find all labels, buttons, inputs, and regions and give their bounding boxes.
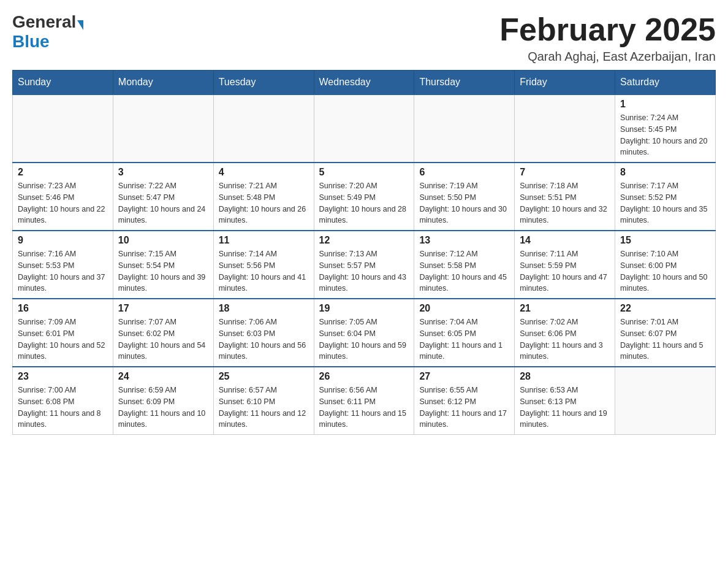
calendar-cell: 14Sunrise: 7:11 AMSunset: 5:59 PMDayligh… xyxy=(515,231,615,299)
day-info: Sunrise: 7:11 AMSunset: 5:59 PMDaylight:… xyxy=(520,248,610,294)
calendar-cell: 1Sunrise: 7:24 AMSunset: 5:45 PMDaylight… xyxy=(615,94,716,163)
calendar-cell xyxy=(515,94,615,163)
calendar-week-4: 16Sunrise: 7:09 AMSunset: 6:01 PMDayligh… xyxy=(13,299,716,367)
day-info: Sunrise: 7:18 AMSunset: 5:51 PMDaylight:… xyxy=(520,180,610,226)
day-number: 1 xyxy=(620,99,710,110)
day-info: Sunrise: 6:57 AMSunset: 6:10 PMDaylight:… xyxy=(219,385,309,431)
day-info: Sunrise: 7:15 AMSunset: 5:54 PMDaylight:… xyxy=(118,248,208,294)
day-info: Sunrise: 7:07 AMSunset: 6:02 PMDaylight:… xyxy=(118,316,208,362)
day-number: 23 xyxy=(18,371,108,382)
day-number: 15 xyxy=(620,235,710,246)
calendar-cell: 3Sunrise: 7:22 AMSunset: 5:47 PMDaylight… xyxy=(113,163,213,231)
calendar-cell: 25Sunrise: 6:57 AMSunset: 6:10 PMDayligh… xyxy=(213,367,314,435)
day-number: 9 xyxy=(18,235,108,246)
day-number: 4 xyxy=(219,167,309,178)
calendar-cell: 21Sunrise: 7:02 AMSunset: 6:06 PMDayligh… xyxy=(515,299,615,367)
day-number: 25 xyxy=(219,371,309,382)
day-number: 12 xyxy=(319,235,409,246)
day-info: Sunrise: 7:05 AMSunset: 6:04 PMDaylight:… xyxy=(319,316,409,362)
day-info: Sunrise: 7:14 AMSunset: 5:56 PMDaylight:… xyxy=(219,248,309,294)
calendar-cell xyxy=(13,94,113,163)
logo: General Blue xyxy=(12,12,83,52)
location-subtitle: Qarah Aghaj, East Azerbaijan, Iran xyxy=(499,50,716,64)
day-number: 18 xyxy=(219,303,309,314)
calendar-cell: 4Sunrise: 7:21 AMSunset: 5:48 PMDaylight… xyxy=(213,163,314,231)
day-info: Sunrise: 7:10 AMSunset: 6:00 PMDaylight:… xyxy=(620,248,710,294)
logo-blue-text: Blue xyxy=(12,32,50,52)
calendar-cell: 26Sunrise: 6:56 AMSunset: 6:11 PMDayligh… xyxy=(314,367,414,435)
day-info: Sunrise: 7:12 AMSunset: 5:58 PMDaylight:… xyxy=(419,248,509,294)
weekday-header-row: SundayMondayTuesdayWednesdayThursdayFrid… xyxy=(13,71,716,95)
day-info: Sunrise: 7:09 AMSunset: 6:01 PMDaylight:… xyxy=(18,316,108,362)
day-number: 2 xyxy=(18,167,108,178)
calendar-cell: 5Sunrise: 7:20 AMSunset: 5:49 PMDaylight… xyxy=(314,163,414,231)
day-info: Sunrise: 7:23 AMSunset: 5:46 PMDaylight:… xyxy=(18,180,108,226)
day-number: 27 xyxy=(419,371,509,382)
day-info: Sunrise: 7:24 AMSunset: 5:45 PMDaylight:… xyxy=(620,112,710,158)
month-title: February 2025 xyxy=(499,12,716,47)
day-number: 22 xyxy=(620,303,710,314)
day-info: Sunrise: 7:22 AMSunset: 5:47 PMDaylight:… xyxy=(118,180,208,226)
day-info: Sunrise: 7:19 AMSunset: 5:50 PMDaylight:… xyxy=(419,180,509,226)
calendar-cell: 17Sunrise: 7:07 AMSunset: 6:02 PMDayligh… xyxy=(113,299,213,367)
day-number: 20 xyxy=(419,303,509,314)
day-info: Sunrise: 7:13 AMSunset: 5:57 PMDaylight:… xyxy=(319,248,409,294)
calendar-cell: 20Sunrise: 7:04 AMSunset: 6:05 PMDayligh… xyxy=(414,299,515,367)
calendar-cell xyxy=(414,94,515,163)
day-number: 19 xyxy=(319,303,409,314)
calendar-cell: 28Sunrise: 6:53 AMSunset: 6:13 PMDayligh… xyxy=(515,367,615,435)
day-info: Sunrise: 7:01 AMSunset: 6:07 PMDaylight:… xyxy=(620,316,710,362)
day-number: 5 xyxy=(319,167,409,178)
calendar-cell: 8Sunrise: 7:17 AMSunset: 5:52 PMDaylight… xyxy=(615,163,716,231)
weekday-header-wednesday: Wednesday xyxy=(314,71,414,95)
logo-triangle-icon xyxy=(77,20,83,30)
calendar-cell: 16Sunrise: 7:09 AMSunset: 6:01 PMDayligh… xyxy=(13,299,113,367)
calendar-cell xyxy=(314,94,414,163)
day-info: Sunrise: 7:16 AMSunset: 5:53 PMDaylight:… xyxy=(18,248,108,294)
day-info: Sunrise: 7:00 AMSunset: 6:08 PMDaylight:… xyxy=(18,385,108,431)
weekday-header-monday: Monday xyxy=(113,71,213,95)
calendar-cell: 15Sunrise: 7:10 AMSunset: 6:00 PMDayligh… xyxy=(615,231,716,299)
weekday-header-sunday: Sunday xyxy=(13,71,113,95)
calendar-cell: 11Sunrise: 7:14 AMSunset: 5:56 PMDayligh… xyxy=(213,231,314,299)
calendar-cell: 24Sunrise: 6:59 AMSunset: 6:09 PMDayligh… xyxy=(113,367,213,435)
day-info: Sunrise: 7:20 AMSunset: 5:49 PMDaylight:… xyxy=(319,180,409,226)
day-number: 8 xyxy=(620,167,710,178)
calendar-cell xyxy=(615,367,716,435)
calendar-table: SundayMondayTuesdayWednesdayThursdayFrid… xyxy=(12,70,716,435)
day-number: 13 xyxy=(419,235,509,246)
day-number: 16 xyxy=(18,303,108,314)
weekday-header-tuesday: Tuesday xyxy=(213,71,314,95)
logo-top: General xyxy=(12,12,83,32)
calendar-week-5: 23Sunrise: 7:00 AMSunset: 6:08 PMDayligh… xyxy=(13,367,716,435)
weekday-header-saturday: Saturday xyxy=(615,71,716,95)
calendar-cell: 22Sunrise: 7:01 AMSunset: 6:07 PMDayligh… xyxy=(615,299,716,367)
calendar-cell: 27Sunrise: 6:55 AMSunset: 6:12 PMDayligh… xyxy=(414,367,515,435)
calendar-cell: 7Sunrise: 7:18 AMSunset: 5:51 PMDaylight… xyxy=(515,163,615,231)
calendar-cell: 13Sunrise: 7:12 AMSunset: 5:58 PMDayligh… xyxy=(414,231,515,299)
calendar-cell: 18Sunrise: 7:06 AMSunset: 6:03 PMDayligh… xyxy=(213,299,314,367)
calendar-week-1: 1Sunrise: 7:24 AMSunset: 5:45 PMDaylight… xyxy=(13,94,716,163)
day-info: Sunrise: 6:55 AMSunset: 6:12 PMDaylight:… xyxy=(419,385,509,431)
day-info: Sunrise: 6:59 AMSunset: 6:09 PMDaylight:… xyxy=(118,385,208,431)
calendar-cell: 12Sunrise: 7:13 AMSunset: 5:57 PMDayligh… xyxy=(314,231,414,299)
weekday-header-friday: Friday xyxy=(515,71,615,95)
day-number: 14 xyxy=(520,235,610,246)
day-info: Sunrise: 6:53 AMSunset: 6:13 PMDaylight:… xyxy=(520,385,610,431)
calendar-cell: 23Sunrise: 7:00 AMSunset: 6:08 PMDayligh… xyxy=(13,367,113,435)
calendar-cell xyxy=(113,94,213,163)
calendar-week-2: 2Sunrise: 7:23 AMSunset: 5:46 PMDaylight… xyxy=(13,163,716,231)
day-info: Sunrise: 7:04 AMSunset: 6:05 PMDaylight:… xyxy=(419,316,509,362)
day-info: Sunrise: 7:06 AMSunset: 6:03 PMDaylight:… xyxy=(219,316,309,362)
day-number: 10 xyxy=(118,235,208,246)
calendar-cell xyxy=(213,94,314,163)
day-info: Sunrise: 7:17 AMSunset: 5:52 PMDaylight:… xyxy=(620,180,710,226)
calendar-cell: 10Sunrise: 7:15 AMSunset: 5:54 PMDayligh… xyxy=(113,231,213,299)
day-number: 21 xyxy=(520,303,610,314)
day-number: 7 xyxy=(520,167,610,178)
calendar-cell: 19Sunrise: 7:05 AMSunset: 6:04 PMDayligh… xyxy=(314,299,414,367)
logo-general-text: General xyxy=(12,12,76,31)
title-block: February 2025 Qarah Aghaj, East Azerbaij… xyxy=(499,12,716,64)
day-info: Sunrise: 6:56 AMSunset: 6:11 PMDaylight:… xyxy=(319,385,409,431)
day-number: 11 xyxy=(219,235,309,246)
